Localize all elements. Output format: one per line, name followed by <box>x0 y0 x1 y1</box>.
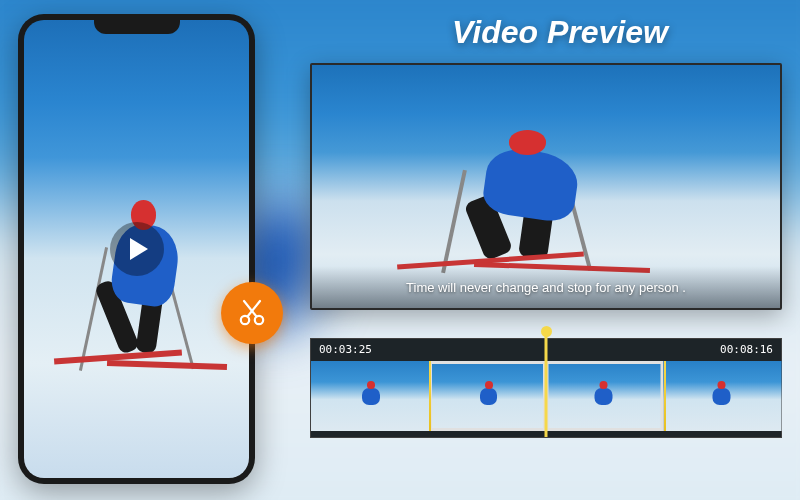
timeline-frame[interactable] <box>311 361 429 431</box>
play-icon <box>128 237 150 261</box>
timeline-start-time: 00:03:25 <box>319 343 372 356</box>
timeline-panel[interactable]: 00:03:25 00:08:16 <box>310 338 782 438</box>
caption-text: Time will never change and stop for any … <box>406 280 686 295</box>
timeline-frame-selected[interactable] <box>429 361 547 431</box>
scissors-icon <box>236 297 268 329</box>
cut-button[interactable] <box>221 282 283 344</box>
clip-seam <box>664 361 666 431</box>
caption-bar: Time will never change and stop for any … <box>312 266 780 308</box>
phone-notch <box>94 20 180 34</box>
timeline-playhead[interactable] <box>545 333 548 437</box>
page-title: Video Preview <box>340 14 780 51</box>
phone-mockup <box>18 14 255 484</box>
timeline-end-time: 00:08:16 <box>720 343 773 356</box>
phone-screen[interactable] <box>24 20 249 478</box>
video-preview-panel[interactable]: Time will never change and stop for any … <box>310 63 782 310</box>
skier-figure-preview <box>408 109 628 284</box>
timeline-frame[interactable] <box>664 361 782 431</box>
play-button[interactable] <box>110 222 164 276</box>
clip-seam <box>429 361 431 431</box>
timeline-frame-selected[interactable] <box>546 361 664 431</box>
skier-figure <box>62 175 212 385</box>
